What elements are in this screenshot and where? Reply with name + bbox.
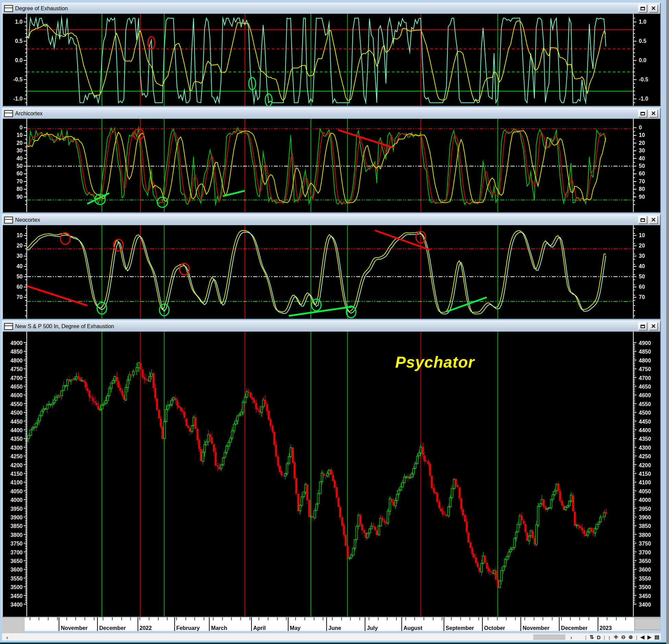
y-axis-tick-label: 3800 [4, 532, 23, 538]
sp500-candlestick-plot[interactable] [3, 332, 660, 617]
y-axis-tick-label: 0.5 [639, 38, 663, 44]
y-axis-tick-label: 20 [4, 140, 23, 146]
y-axis-tick-label: 3400 [639, 602, 663, 608]
y-axis-tick-label: 4450 [639, 419, 663, 425]
periodicity-daily-icon[interactable]: D [597, 634, 601, 640]
y-axis-tick-label: 4200 [639, 463, 663, 468]
time-axis-month-label: December [99, 625, 126, 631]
y-axis-tick-label: 3750 [4, 541, 23, 547]
y-axis-tick-label: 4400 [639, 428, 663, 433]
scroll-right-arrow[interactable]: › [567, 633, 575, 641]
toolbar-separator: | [636, 634, 637, 640]
close-icon: ✕ [651, 5, 656, 11]
y-axis-tick-label: 10 [4, 233, 23, 238]
refresh-icon[interactable]: ⇅ [589, 634, 594, 640]
y-axis-tick-label: 4900 [639, 341, 663, 346]
y-axis-tick-label: 3500 [639, 585, 663, 590]
y-axis-tick-label: 4150 [4, 471, 23, 477]
time-axis-month-label: August [403, 625, 422, 631]
panel-titlebar[interactable]: Neocortex ✕ [3, 215, 660, 226]
close-button[interactable]: ✕ [649, 322, 658, 331]
window-menu-icon[interactable] [4, 323, 13, 330]
maximize-button[interactable] [638, 110, 647, 118]
y-axis-tick-label: 50 [639, 274, 663, 279]
time-axis-month-label: November [61, 625, 87, 631]
time-axis: NovemberDecember2022FebruaryMarchAprilMa… [2, 617, 661, 633]
archicortex-stochastic-plot[interactable] [3, 119, 660, 212]
y-axis-tick-label: 4100 [4, 480, 23, 485]
y-axis-tick-label: 4800 [4, 358, 23, 364]
page-left-icon[interactable]: ◀ [641, 634, 645, 640]
horizontal-scrollbar[interactable]: ‹ › |⇅D|↕✛⊖⊕|◀▶▤ [2, 633, 661, 641]
window-menu-icon[interactable] [4, 217, 13, 223]
y-axis-tick-label: 4300 [639, 445, 663, 451]
y-axis-tick-label: 60 [639, 284, 663, 290]
y-axis-tick-label: 40 [639, 264, 663, 269]
y-axis-tick-label: 3600 [639, 567, 663, 573]
y-axis-tick-label: 3550 [639, 576, 663, 582]
maximize-button[interactable] [638, 216, 647, 224]
panel-titlebar[interactable]: Archicortex ✕ [3, 108, 660, 119]
y-axis-tick-label: 3400 [4, 602, 23, 608]
panel-neocortex: Neocortex ✕ 1010202030304040505060607070 [2, 214, 661, 319]
y-axis-tick-label: 4500 [639, 410, 663, 416]
y-axis-tick-label: 4650 [4, 384, 23, 390]
close-button[interactable]: ✕ [649, 216, 658, 224]
panel-degree-of-exhaustion: Degree of Exhaustion ✕ 1.01.00.50.50.00.… [2, 3, 661, 106]
y-axis-tick-label: 4300 [4, 445, 23, 451]
y-axis-tick-label: 0.0 [4, 58, 23, 63]
y-axis-tick-label: 4550 [4, 402, 23, 407]
neocortex-oscillator-plot[interactable] [3, 225, 660, 319]
maximize-button[interactable] [638, 4, 647, 13]
y-axis-tick-label: 50 [4, 274, 23, 279]
close-button[interactable]: ✕ [649, 4, 658, 13]
close-button[interactable]: ✕ [649, 110, 658, 118]
zoom-vertical-icon[interactable]: ↕ [608, 634, 611, 640]
pan-icon[interactable]: ✛ [614, 634, 618, 640]
y-axis-tick-label: 50 [4, 163, 23, 169]
y-axis-tick-label: 4550 [639, 402, 663, 407]
panel-archicortex: Archicortex ✕ 00101020203030404050506060… [2, 108, 661, 213]
y-axis-tick-label: 10 [4, 133, 23, 138]
y-axis-tick-label: 30 [4, 253, 23, 259]
y-axis-tick-label: 4750 [4, 367, 23, 372]
time-axis-month-label: July [367, 625, 378, 631]
y-axis-tick-label: 4700 [639, 376, 663, 381]
y-axis-tick-label: 4250 [4, 454, 23, 459]
zoom-in-icon[interactable]: ⊕ [629, 634, 633, 640]
scrollbar-thumb[interactable] [533, 634, 565, 640]
zoom-out-icon[interactable]: ⊖ [621, 634, 626, 640]
y-axis-tick-label: 4850 [639, 349, 663, 355]
y-axis-tick-label: 4700 [4, 376, 23, 381]
y-axis-tick-label: 0.5 [4, 38, 23, 44]
y-axis-tick-label: 4000 [639, 497, 663, 503]
exhaustion-oscillator-plot[interactable] [3, 14, 660, 106]
y-axis-tick-label: -1.0 [4, 96, 23, 102]
y-axis-tick-label: 3600 [4, 567, 23, 573]
scroll-left-arrow[interactable]: ‹ [3, 633, 11, 641]
window-menu-icon[interactable] [4, 110, 13, 117]
time-axis-month-label: December [561, 625, 587, 631]
y-axis-tick-label: 1.0 [4, 19, 23, 25]
data-window-icon[interactable]: ▤ [655, 634, 659, 640]
y-axis-tick-label: -0.5 [4, 77, 23, 82]
window-menu-icon[interactable] [4, 5, 13, 12]
desktop-edge [666, 0, 669, 644]
y-axis-tick-label: 4450 [4, 419, 23, 425]
y-axis-tick-label: 3900 [639, 515, 663, 520]
page-right-icon[interactable]: ▶ [647, 634, 652, 640]
maximize-button[interactable] [638, 322, 647, 331]
panel-titlebar[interactable]: New S & P 500 In, Degree of Exhaustion ✕ [3, 321, 660, 332]
y-axis-tick-label: 0 [639, 125, 663, 130]
close-icon: ✕ [651, 217, 656, 223]
chart-nav-toolbar: |⇅D|↕✛⊖⊕|◀▶▤ [585, 633, 659, 641]
panel-titlebar[interactable]: Degree of Exhaustion ✕ [3, 3, 660, 14]
y-axis-tick-label: 4650 [639, 384, 663, 390]
y-axis-tick-label: 3700 [639, 550, 663, 555]
y-axis-tick-label: 4050 [4, 489, 23, 494]
y-axis-tick-label: 3500 [4, 585, 23, 590]
y-axis-tick-label: 50 [639, 163, 663, 169]
y-axis-tick-label: 60 [639, 171, 663, 176]
y-axis-tick-label: 3850 [639, 524, 663, 529]
time-axis-month-label: May [290, 625, 301, 631]
